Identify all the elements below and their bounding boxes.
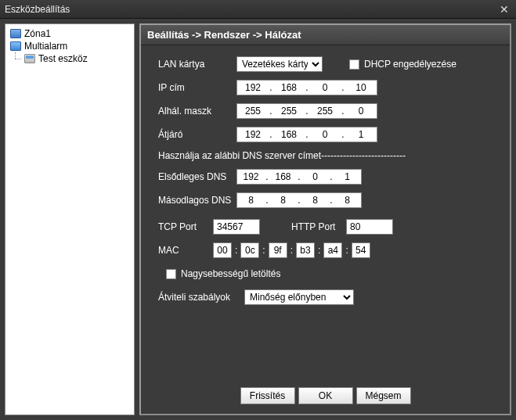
dns-section-label: Használja az alábbi DNS szerver címet---…	[158, 150, 493, 161]
secondary-dns-input[interactable]: 8. 8. 8. 8	[236, 192, 362, 208]
http-port-input[interactable]	[346, 219, 393, 235]
label-tcp: TCP Port	[158, 221, 213, 232]
transfer-policy-select[interactable]: Minőség előnyben	[244, 289, 354, 305]
mac-part[interactable]: 0c	[240, 242, 259, 258]
mac-part[interactable]: 9f	[269, 242, 287, 258]
device-settings-window: Eszközbeállítás ✕ Zóna1 Multialarm Test …	[0, 0, 516, 420]
lan-card-select[interactable]: Vezetékes kárty	[236, 56, 323, 72]
button-bar: Frissítés OK Mégsem	[141, 378, 510, 414]
tcp-port-input[interactable]	[213, 219, 260, 235]
label-subnet: Alhál. maszk	[158, 106, 236, 117]
zone-icon	[10, 29, 21, 38]
cancel-button[interactable]: Mégsem	[356, 387, 411, 404]
label-http: HTTP Port	[291, 221, 346, 232]
mac-part[interactable]: a4	[323, 242, 342, 258]
label-mac: MAC	[158, 245, 213, 256]
main-panel: Beállítás -> Rendszer -> Hálózat LAN kár…	[139, 23, 511, 415]
ok-button[interactable]: OK	[298, 387, 353, 404]
device-tree: Zóna1 Multialarm Test eszköz	[5, 23, 135, 415]
window-title: Eszközbeállítás	[5, 4, 70, 15]
label-dns2: Másodlagos DNS	[158, 195, 236, 206]
tree-item-zone[interactable]: Zóna1	[7, 27, 132, 40]
titlebar: Eszközbeállítás ✕	[0, 0, 516, 19]
dhcp-checkbox[interactable]	[349, 59, 359, 70]
breadcrumb-text: Beállítás -> Rendszer -> Hálózat	[147, 29, 301, 41]
label-gateway: Átjáró	[158, 129, 236, 140]
tree-item-label: Zóna1	[24, 28, 51, 39]
ip-address-input[interactable]: 192. 168. 0. 10	[236, 80, 377, 95]
label-highspeed: Nagysebességű letöltés	[181, 268, 280, 279]
label-transfer: Átviteli szabályok	[158, 292, 244, 303]
close-icon[interactable]: ✕	[497, 2, 511, 16]
network-form: LAN kártya Vezetékes kárty DHCP engedély…	[141, 45, 510, 378]
label-lan: LAN kártya	[158, 59, 236, 70]
label-dns1: Elsődleges DNS	[158, 171, 236, 182]
multialarm-icon	[10, 41, 21, 51]
mac-part[interactable]: 00	[213, 242, 232, 258]
gateway-input[interactable]: 192. 168. 0. 1	[236, 127, 377, 142]
label-dhcp: DHCP engedélyezése	[364, 59, 456, 70]
label-ip: IP cím	[158, 82, 236, 93]
highspeed-checkbox[interactable]	[166, 269, 176, 279]
mac-part[interactable]: 54	[352, 242, 370, 258]
tree-item-device[interactable]: Test eszköz	[7, 52, 132, 65]
primary-dns-input[interactable]: 192. 168. 0. 1	[236, 169, 362, 185]
window-body: Zóna1 Multialarm Test eszköz Beállítás -…	[0, 19, 516, 420]
tree-item-multialarm[interactable]: Multialarm	[7, 40, 132, 52]
device-icon	[24, 54, 35, 63]
tree-item-label: Test eszköz	[38, 53, 88, 64]
breadcrumb: Beállítás -> Rendszer -> Hálózat	[141, 25, 510, 45]
tree-item-label: Multialarm	[24, 41, 67, 52]
subnet-mask-input[interactable]: 255. 255. 255. 0	[236, 103, 377, 119]
mac-part[interactable]: b3	[296, 242, 315, 258]
refresh-button[interactable]: Frissítés	[240, 387, 295, 404]
